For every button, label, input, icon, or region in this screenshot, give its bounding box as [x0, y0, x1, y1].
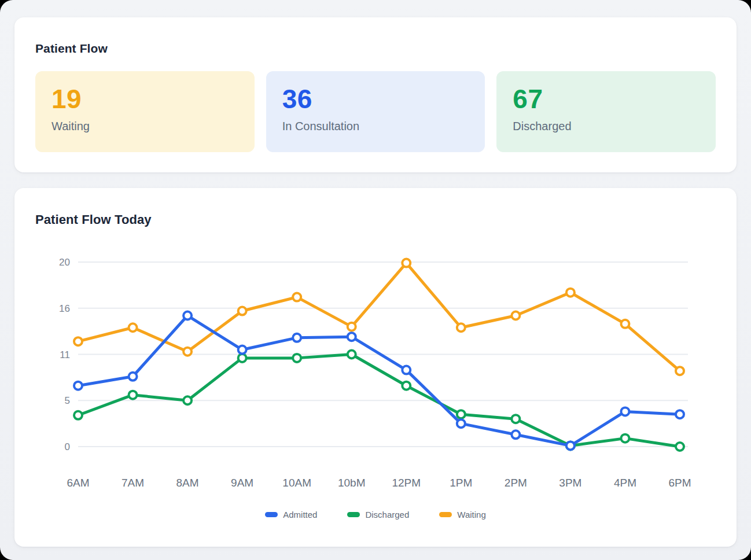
data-point-admitted-3pm[interactable] — [566, 441, 575, 450]
y-axis-tick-label: 16 — [59, 303, 70, 314]
x-axis-tick-label: 2PM — [505, 477, 527, 489]
data-point-admitted-6am[interactable] — [74, 382, 82, 390]
y-axis-tick-label: 11 — [60, 349, 70, 360]
summary-card-title: Patient Flow — [35, 42, 716, 56]
series-line-admitted — [78, 316, 680, 446]
y-axis-tick-label: 5 — [65, 395, 70, 406]
data-point-discharged-10am[interactable] — [293, 354, 301, 362]
data-point-discharged-9am[interactable] — [238, 354, 246, 362]
data-point-waiting-1pm[interactable] — [457, 323, 465, 331]
data-point-waiting-3pm[interactable] — [566, 289, 575, 297]
stat-value-in-consultation: 36 — [282, 86, 469, 112]
data-point-discharged-6am[interactable] — [74, 411, 82, 419]
data-point-admitted-1pm[interactable] — [457, 419, 465, 428]
stats-row: 19 Waiting 36 In Consultation 67 Dischar… — [35, 71, 716, 152]
legend-label-waiting: Waiting — [457, 510, 485, 520]
data-point-admitted-2pm[interactable] — [511, 430, 520, 439]
data-point-admitted-8am[interactable] — [183, 312, 192, 320]
patient-flow-summary-card: Patient Flow 19 Waiting 36 In Consultati… — [14, 17, 737, 172]
legend-swatch-waiting — [439, 512, 452, 517]
stat-label-discharged: Discharged — [513, 120, 700, 133]
x-axis-tick-label: 10AM — [282, 477, 311, 489]
data-point-admitted-10am[interactable] — [293, 334, 301, 342]
data-point-discharged-12pm[interactable] — [402, 382, 410, 390]
x-axis-tick-label: 1PM — [450, 477, 472, 489]
data-point-waiting-4pm[interactable] — [621, 320, 629, 328]
legend-label-admitted: Admitted — [283, 510, 317, 520]
data-point-admitted-4pm[interactable] — [621, 407, 629, 415]
stat-label-in-consultation: In Consultation — [282, 120, 469, 133]
x-axis-tick-label: 9AM — [231, 477, 253, 489]
patient-flow-chart: 201611506AM7AM8AM9AM10AM10bM12PM1PM2PM3P… — [14, 188, 737, 500]
data-point-waiting-10bm[interactable] — [348, 323, 356, 331]
data-point-admitted-7am[interactable] — [129, 373, 137, 381]
data-point-admitted-12pm[interactable] — [402, 366, 410, 374]
x-axis-tick-label: 4PM — [614, 477, 636, 489]
chart-legend: AdmittedDischargedWaiting — [14, 510, 737, 520]
stat-tile-discharged: 67 Discharged — [496, 71, 716, 152]
x-axis-tick-label: 6PM — [668, 477, 691, 489]
data-point-admitted-10bm[interactable] — [348, 333, 356, 341]
stat-value-waiting: 19 — [51, 86, 238, 112]
legend-swatch-admitted — [265, 512, 278, 517]
legend-label-discharged: Discharged — [365, 510, 409, 520]
stat-label-waiting: Waiting — [51, 120, 238, 133]
data-point-waiting-12pm[interactable] — [402, 259, 410, 267]
x-axis-tick-label: 3PM — [559, 477, 581, 489]
legend-item-discharged[interactable]: Discharged — [347, 510, 409, 520]
data-point-waiting-10am[interactable] — [293, 293, 301, 301]
data-point-discharged-4pm[interactable] — [621, 434, 629, 443]
patient-flow-today-card: Patient Flow Today 201611506AM7AM8AM9AM1… — [14, 188, 737, 547]
y-axis-tick-label: 0 — [65, 441, 70, 452]
data-point-discharged-2pm[interactable] — [511, 415, 520, 423]
data-point-admitted-9am[interactable] — [238, 346, 246, 354]
data-point-discharged-1pm[interactable] — [457, 410, 465, 418]
data-point-waiting-6pm[interactable] — [676, 367, 684, 375]
x-axis-tick-label: 7AM — [122, 477, 144, 489]
data-point-discharged-6pm[interactable] — [676, 443, 684, 451]
legend-item-admitted[interactable]: Admitted — [265, 510, 317, 520]
data-point-waiting-2pm[interactable] — [511, 312, 520, 320]
dashboard-screen: Patient Flow 19 Waiting 36 In Consultati… — [0, 0, 751, 560]
stat-value-discharged: 67 — [513, 86, 700, 112]
data-point-discharged-7am[interactable] — [129, 391, 137, 399]
stat-tile-waiting: 19 Waiting — [35, 71, 255, 152]
x-axis-tick-label: 12PM — [392, 477, 421, 489]
data-point-admitted-6pm[interactable] — [676, 410, 684, 418]
x-axis-tick-label: 10bM — [338, 477, 366, 489]
x-axis-tick-label: 6AM — [67, 477, 89, 489]
data-point-waiting-8am[interactable] — [183, 348, 192, 356]
data-point-waiting-6am[interactable] — [74, 337, 82, 345]
data-point-discharged-8am[interactable] — [183, 396, 192, 404]
data-point-waiting-7am[interactable] — [129, 323, 137, 331]
x-axis-tick-label: 8AM — [176, 477, 199, 489]
legend-item-waiting[interactable]: Waiting — [439, 510, 485, 520]
y-axis-tick-label: 20 — [59, 257, 70, 268]
legend-swatch-discharged — [347, 512, 360, 517]
data-point-waiting-9am[interactable] — [238, 307, 246, 315]
stat-tile-in-consultation: 36 In Consultation — [266, 71, 485, 152]
data-point-discharged-10bm[interactable] — [348, 351, 356, 359]
